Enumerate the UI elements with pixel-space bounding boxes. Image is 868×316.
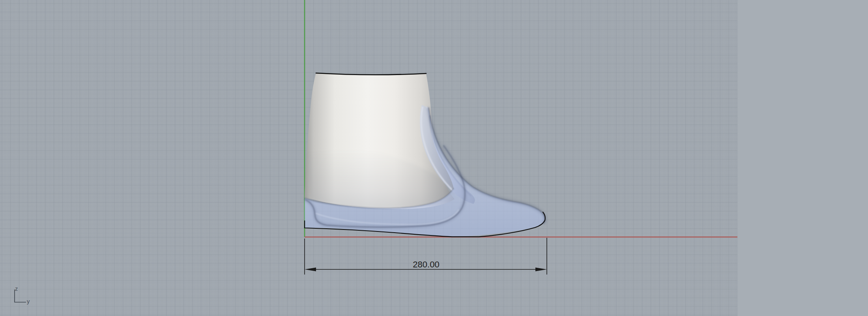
z-axis-label: z — [15, 286, 18, 292]
dimension-text: 280.00 — [413, 260, 439, 269]
viewport-canvas[interactable]: 280.00 z y — [0, 0, 868, 316]
y-axis-label: y — [27, 298, 30, 305]
cad-viewport[interactable]: 280.00 z y — [0, 0, 868, 316]
